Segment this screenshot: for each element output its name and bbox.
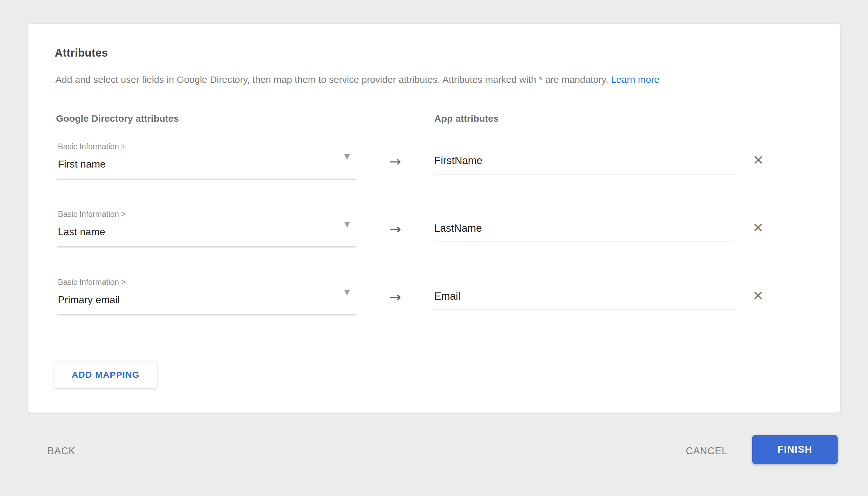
directory-attribute-value: Last name [58, 226, 105, 238]
learn-more-link[interactable]: Learn more [611, 74, 659, 85]
add-mapping-button[interactable]: ADD MAPPING [54, 362, 157, 388]
app-attribute-input[interactable] [434, 153, 735, 168]
select-underline [57, 246, 356, 248]
input-underline [434, 309, 735, 310]
page-title: Attributes [55, 46, 108, 59]
select-underline [57, 314, 356, 315]
column-header-google-directory: Google Directory attributes [56, 113, 179, 124]
description-body: Add and select user fields in Google Dir… [55, 74, 608, 85]
app-attribute-input[interactable] [434, 221, 735, 235]
directory-attribute-select[interactable]: Basic Information > First name ▼ [56, 140, 357, 183]
arrow-right-icon: → [390, 221, 401, 237]
directory-attribute-value: Primary email [58, 294, 120, 306]
attribute-category-label: Basic Information > [58, 278, 126, 287]
remove-mapping-button[interactable]: ✕ [748, 150, 768, 170]
remove-mapping-button[interactable]: ✕ [748, 218, 768, 238]
arrow-right-icon: → [390, 289, 401, 305]
select-underline [57, 179, 356, 180]
attribute-category-label: Basic Information > [58, 210, 126, 219]
cancel-button[interactable]: CANCEL [686, 439, 728, 463]
close-icon: ✕ [752, 152, 764, 168]
finish-button[interactable]: FINISH [752, 435, 838, 464]
input-underline [434, 174, 735, 174]
directory-attribute-value: First name [58, 158, 106, 170]
arrow-right-icon: → [390, 153, 401, 169]
attributes-card: Attributes Add and select user fields in… [28, 24, 840, 413]
chevron-down-icon: ▼ [344, 288, 350, 296]
back-button[interactable]: BACK [47, 439, 75, 463]
directory-attribute-select[interactable]: Basic Information > Last name ▼ [56, 208, 357, 250]
mapping-row: Basic Information > First name ▼ → ✕ [28, 142, 841, 210]
attribute-category-label: Basic Information > [58, 142, 126, 151]
close-icon: ✕ [752, 220, 764, 235]
app-attribute-input[interactable] [434, 289, 735, 304]
wizard-footer: BACK CANCEL FINISH [0, 413, 868, 496]
remove-mapping-button[interactable]: ✕ [748, 286, 768, 306]
description-text: Add and select user fields in Google Dir… [55, 74, 659, 85]
input-underline [434, 242, 735, 242]
chevron-down-icon: ▼ [344, 220, 350, 229]
mapping-row: Basic Information > Last name ▼ → ✕ [28, 210, 841, 278]
column-header-app-attributes: App attributes [434, 113, 499, 124]
directory-attribute-select[interactable]: Basic Information > Primary email ▼ [56, 276, 357, 318]
close-icon: ✕ [752, 288, 764, 304]
mapping-row: Basic Information > Primary email ▼ → ✕ [28, 278, 841, 345]
chevron-down-icon: ▼ [344, 152, 350, 161]
